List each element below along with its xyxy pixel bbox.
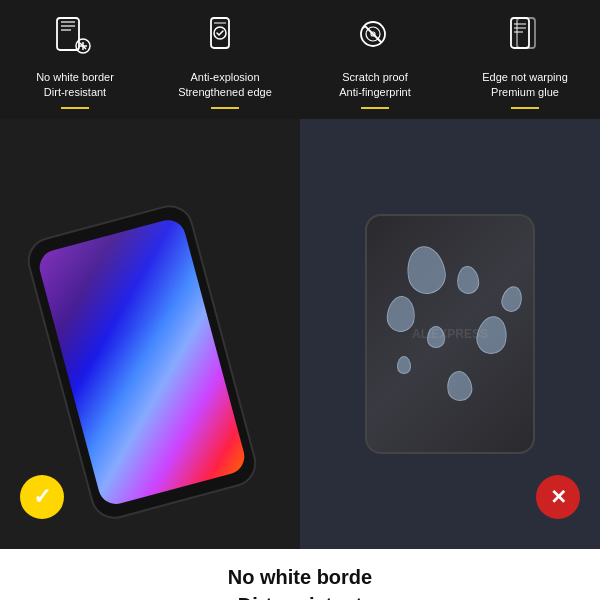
right-panel: ALIEXPRESS ✕ <box>300 119 600 549</box>
scratch-proof-icon <box>351 14 399 62</box>
svg-rect-17 <box>517 18 535 48</box>
svg-rect-16 <box>511 18 529 48</box>
water-drops <box>367 216 533 452</box>
feature-anti-explosion: Anti-explosion Strengthened edge <box>155 14 295 109</box>
left-panel: ✓ <box>0 119 300 549</box>
anti-explosion-icon <box>201 14 249 62</box>
check-badge: ✓ <box>20 475 64 519</box>
feature-line-2 <box>211 107 239 109</box>
feature-anti-explosion-text: Anti-explosion Strengthened edge <box>178 70 272 101</box>
feature-no-white-border-text: No white border Dirt-resistant <box>36 70 114 101</box>
feature-edge-not-warping: Edge not warping Premium glue <box>455 14 595 109</box>
feature-edge-not-warping-text: Edge not warping Premium glue <box>482 70 568 101</box>
bottom-text-area: No white borde Dirt-resistant <box>0 549 600 600</box>
edge-not-warping-icon <box>501 14 549 62</box>
feature-line-1 <box>61 107 89 109</box>
svg-line-14 <box>365 26 381 42</box>
feature-no-white-border: No white border Dirt-resistant <box>5 14 145 109</box>
feature-scratch-proof: Scratch proof Anti-fingerprint <box>305 14 445 109</box>
feature-line-4 <box>511 107 539 109</box>
bottom-title: No white borde Dirt-resistant <box>20 563 580 600</box>
phone-screen <box>36 216 249 508</box>
no-white-border-icon <box>51 14 99 62</box>
feature-line-3 <box>361 107 389 109</box>
feature-banner: No white border Dirt-resistant Anti-expl… <box>0 0 600 119</box>
phone-body <box>22 200 261 524</box>
main-content: ✓ ALIEXPRESS ✕ <box>0 119 600 549</box>
x-badge: ✕ <box>536 475 580 519</box>
screen-protector-flat <box>365 214 535 454</box>
phone-illustration <box>20 182 291 524</box>
screen-reflection <box>36 216 249 508</box>
feature-scratch-proof-text: Scratch proof Anti-fingerprint <box>339 70 411 101</box>
